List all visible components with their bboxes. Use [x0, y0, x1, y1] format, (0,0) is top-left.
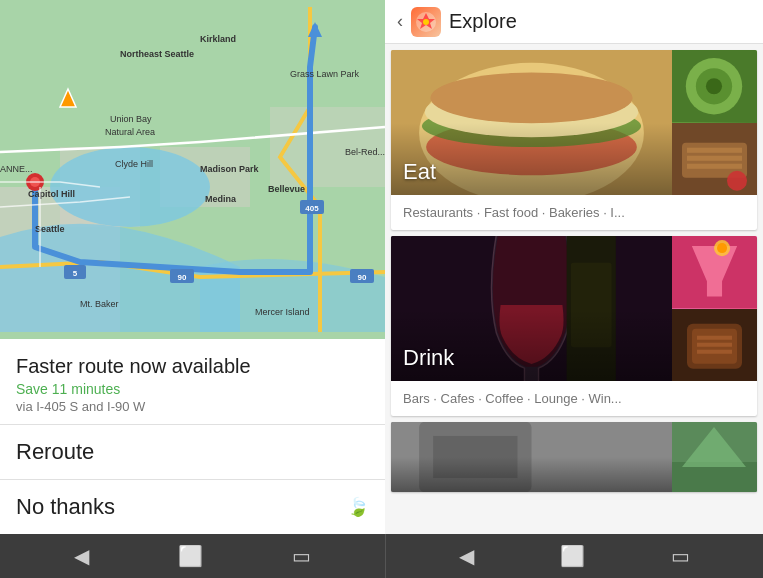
svg-rect-52 — [567, 236, 616, 381]
svg-text:5: 5 — [73, 269, 78, 278]
svg-text:Bellevue: Bellevue — [268, 184, 305, 194]
recent-button-right[interactable]: ▭ — [663, 540, 698, 572]
home-button-right[interactable]: ⬜ — [552, 540, 593, 572]
left-bottom-nav: ◀ ⬜ ▭ — [0, 534, 385, 578]
svg-text:Madison Park: Madison Park — [200, 164, 260, 174]
explore-logo — [411, 7, 441, 37]
svg-text:90: 90 — [178, 273, 187, 282]
reroute-button[interactable]: Reroute — [0, 425, 385, 480]
via-text: via I-405 S and I-90 W — [16, 399, 369, 414]
svg-rect-49 — [687, 163, 742, 168]
svg-point-34 — [423, 19, 429, 25]
chocolate-drink-image — [672, 309, 757, 382]
shopping-main-image — [391, 422, 672, 492]
svg-rect-47 — [687, 147, 742, 152]
home-button-left[interactable]: ⬜ — [170, 540, 211, 572]
svg-rect-61 — [697, 335, 732, 339]
drink-card[interactable]: Drink — [391, 236, 757, 416]
svg-point-50 — [727, 170, 747, 190]
bottom-nav: ◀ ⬜ ▭ ◀ ⬜ ▭ — [0, 534, 763, 578]
outdoor-image — [672, 422, 757, 492]
svg-rect-63 — [697, 349, 732, 353]
drink-side-images — [672, 236, 757, 381]
svg-text:ANNE...: ANNE... — [0, 164, 33, 174]
svg-text:Mt. Baker: Mt. Baker — [80, 299, 119, 309]
svg-rect-54 — [571, 263, 612, 347]
cocktail-image — [672, 236, 757, 309]
svg-text:Bel-Red...: Bel-Red... — [345, 147, 385, 157]
right-panel: ‹ Explore — [385, 0, 763, 534]
svg-point-44 — [706, 78, 722, 94]
recent-button-left[interactable]: ▭ — [284, 540, 319, 572]
shopping-card-image — [391, 422, 757, 492]
svg-rect-62 — [697, 342, 732, 346]
svg-text:Grass Lawn Park: Grass Lawn Park — [290, 69, 360, 79]
svg-point-37 — [426, 119, 637, 175]
back-chevron-icon[interactable]: ‹ — [397, 11, 403, 32]
svg-text:Clyde Hill: Clyde Hill — [115, 159, 153, 169]
eat-label: Eat — [403, 159, 436, 185]
back-button-right[interactable]: ◀ — [451, 540, 482, 572]
map-area: 5 90 90 405 Northeast Seattle Kirkland U… — [0, 0, 385, 339]
svg-point-57 — [717, 243, 727, 253]
eat-side-images — [672, 50, 757, 195]
guacamole-image — [672, 50, 757, 123]
svg-text:Northeast Seattle: Northeast Seattle — [120, 49, 194, 59]
drink-card-image: Drink — [391, 236, 757, 381]
shopping-card[interactable] — [391, 422, 757, 492]
svg-rect-66 — [433, 436, 517, 478]
left-panel: 5 90 90 405 Northeast Seattle Kirkland U… — [0, 0, 385, 534]
explore-title: Explore — [449, 10, 517, 33]
svg-point-40 — [430, 73, 632, 124]
explore-scroll[interactable]: Eat — [385, 44, 763, 534]
svg-text:90: 90 — [358, 273, 367, 282]
svg-text:Kirkland: Kirkland — [200, 34, 236, 44]
drink-tags: Bars · Cafes · Coffee · Lounge · Win... — [391, 381, 757, 416]
svg-text:Medina: Medina — [205, 194, 237, 204]
svg-text:Mercer Island: Mercer Island — [255, 307, 310, 317]
drink-label: Drink — [403, 345, 454, 371]
dessert-image — [672, 123, 757, 196]
svg-rect-48 — [687, 155, 742, 160]
back-button-left[interactable]: ◀ — [66, 540, 97, 572]
route-title: Faster route now available — [16, 353, 369, 379]
svg-text:Union Bay: Union Bay — [110, 114, 152, 124]
shopping-side-images — [672, 422, 757, 492]
svg-text:Natural Area: Natural Area — [105, 127, 155, 137]
save-time: Save 11 minutes — [16, 381, 369, 397]
no-thanks-button[interactable]: No thanks 🍃 — [0, 480, 385, 534]
eat-card-image: Eat — [391, 50, 757, 195]
leaf-icon: 🍃 — [347, 496, 369, 518]
explore-header: ‹ Explore — [385, 0, 763, 44]
drink-main-image: Drink — [391, 236, 672, 381]
eat-main-image: Eat — [391, 50, 672, 195]
right-bottom-nav: ◀ ⬜ ▭ — [385, 534, 763, 578]
svg-text:405: 405 — [305, 204, 319, 213]
route-info: Faster route now available Save 11 minut… — [0, 339, 385, 425]
eat-tags: Restaurants · Fast food · Bakeries · I..… — [391, 195, 757, 230]
svg-rect-65 — [419, 422, 531, 492]
eat-card[interactable]: Eat — [391, 50, 757, 230]
